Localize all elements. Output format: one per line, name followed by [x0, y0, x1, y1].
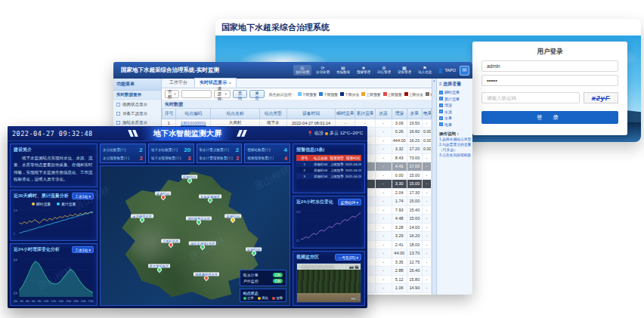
username-field[interactable] [481, 60, 618, 72]
variable-checkbox[interactable]: ✓瞬时流量 [439, 90, 470, 94]
column-header[interactable]: 累计流量 [355, 109, 375, 119]
x-tick-label: 8时 [38, 300, 42, 303]
video-frame[interactable]: 一号泵04066(00003749) 📷 🎬 HD ⛶ [296, 263, 361, 303]
banner-decoration [238, 130, 246, 137]
stat-row: 水位报警数量(个)2 [103, 156, 143, 161]
column-header[interactable]: 水量 [407, 109, 422, 119]
nav-item-4[interactable]: ★预警管理 [355, 65, 373, 75]
table-cell: 0.00 [422, 145, 431, 154]
table-cell: - [375, 258, 392, 267]
sidebar-item[interactable]: 设备工况显示 [113, 109, 161, 118]
table-cell: 19.50 [407, 119, 422, 128]
flow-chart: 5.91 [14, 207, 94, 238]
column-header[interactable]: 站点名称 [211, 109, 259, 119]
legend-chip-label: 上限停水 [409, 92, 423, 97]
column-header[interactable]: 序号 [163, 109, 176, 119]
keyword-input[interactable] [181, 90, 212, 98]
scroll-up-icon[interactable]: ▲ [433, 79, 436, 295]
table-cell: 444.00 [392, 136, 407, 145]
user-chip[interactable]: 👤 TAPO [438, 68, 456, 73]
column-header[interactable]: 站点编码 [176, 109, 211, 119]
camera-icons[interactable]: 📷 🎬 [349, 265, 359, 269]
table-cell: - [422, 171, 431, 180]
tab-bar: 工作平台实时状态显示× [162, 79, 432, 88]
table-cell: - [375, 145, 392, 154]
station-code-link[interactable]: 13010100001 [181, 121, 206, 125]
login-button[interactable]: 登 录 [481, 111, 618, 124]
stat-card: 视频站数量(个)4视频报警数量(个)4 [244, 144, 290, 163]
x-tick-label: 16时 [66, 300, 71, 303]
table-cell: - [375, 284, 392, 293]
alarm-row[interactable]: 2监测站04上限预警2021-04-26 09:20:00 [296, 167, 361, 173]
section-bar: 实时数据 [162, 100, 432, 109]
captcha-image[interactable]: x2yF [584, 92, 618, 103]
depth-station-select[interactable]: 工农1站 ▾ [72, 246, 94, 253]
sidebar-item[interactable]: 地图状态显示 [113, 100, 161, 109]
table-cell: 5.12 [392, 275, 407, 284]
station-type-select[interactable]: 全部▼ [165, 90, 179, 98]
column-header[interactable]: 瞬时流量 [336, 109, 355, 119]
stat-value: 2 [139, 147, 142, 153]
variable-checkbox[interactable]: ✓水量 [439, 116, 470, 120]
query-button[interactable]: 查询 [233, 90, 248, 98]
table-cell: 15.40 [407, 205, 422, 215]
toggle-on-switch[interactable]: ON [273, 279, 283, 283]
table-cell: 0.00 [422, 128, 431, 137]
column-header[interactable]: 设备时间 [286, 109, 335, 119]
video-camera-select[interactable]: 一号泵(05) ▾ [335, 254, 361, 261]
table-cell: - [375, 153, 392, 162]
tab-工作平台[interactable]: 工作平台 [164, 78, 193, 88]
stat-label: 水位报警数量(个) [103, 156, 129, 160]
mail-icon[interactable]: ✉ [460, 66, 469, 76]
alarm-cell: 1 [296, 161, 313, 167]
map-legend-label: 报警 [276, 296, 283, 300]
alarm-cell: 监测站04 [313, 173, 330, 179]
variable-checkbox[interactable]: ✓累计流量 [439, 97, 470, 101]
map[interactable]: 监测站01监测站02东风渠观测井城关镇供水井晟阳健身俱乐部监测站06大周村机井城… [100, 165, 290, 306]
captcha-row: x2yF [481, 89, 618, 107]
flow-station-select[interactable]: 工农1站 ▾ [72, 193, 94, 199]
layer-toggle: 取水计量ON [243, 273, 283, 277]
column-header[interactable]: 水温 [375, 109, 392, 119]
variable-checkbox[interactable]: ✓水温 [439, 110, 470, 114]
alarm-row[interactable]: 3监测站04上限预警2021-04-26 09:03:00 [296, 173, 361, 179]
level-station-select[interactable]: 监测站04 ▾ [338, 199, 361, 205]
status-select[interactable]: --请选择--▼ [214, 90, 230, 98]
sidebar-item-label: 测站水质显示 [122, 120, 147, 125]
video-hd-controls[interactable]: HD ⛶ [351, 297, 359, 301]
nav-item-5[interactable]: ⚙运行管理 [375, 65, 393, 75]
svg-text:1: 1 [14, 233, 15, 236]
variable-checkbox[interactable]: ✓电量 [439, 122, 470, 127]
column-header[interactable]: 站点类型 [259, 109, 286, 119]
sidebar-group[interactable]: 实时数据显示 [113, 91, 161, 100]
table-cell: 2.88 [392, 267, 407, 276]
stat-alarm-value: 4 [284, 156, 287, 161]
table-cell: - [422, 162, 431, 171]
table-cell: 0.26 [392, 128, 407, 137]
tab-label: 工作平台 [169, 79, 187, 86]
column-header[interactable]: 埋深 [392, 109, 407, 119]
sidebar-header[interactable]: 功能菜单 [113, 79, 161, 91]
variable-checkbox[interactable]: ✓埋深 [439, 103, 470, 107]
password-field[interactable] [481, 75, 618, 86]
table-cell: - [375, 188, 392, 197]
column-header[interactable]: 电量 [422, 109, 431, 119]
table-cell: - [422, 223, 431, 232]
nav-item-7[interactable]: ⚑法人信息 [416, 65, 434, 75]
variable-label: 水量 [444, 116, 452, 120]
x-tick-label: 22时 [88, 300, 94, 303]
table-cell: - [422, 275, 431, 284]
chevron-down-icon: ▼ [224, 92, 228, 96]
nav-item-1[interactable]: ◎实时监测 [293, 65, 311, 75]
nav-item-6[interactable]: ▦设备管理 [395, 65, 413, 75]
toggle-on-switch[interactable]: ON [273, 273, 283, 277]
clock: 2022-04-27 09:32:48 [12, 130, 93, 137]
nav-item-3[interactable]: ▤考核数据 [334, 65, 352, 75]
alarm-row[interactable]: 1监测站04上限预警2021-04-26 09:26:00 [296, 161, 361, 167]
tab-实时状态显示[interactable]: 实时状态显示× [194, 78, 237, 88]
reset-button[interactable]: 重置 [249, 90, 265, 98]
nav-item-2[interactable]: ⟳自动监测 [314, 65, 332, 75]
captcha-field[interactable] [481, 92, 580, 103]
close-icon[interactable]: × [229, 81, 231, 85]
stat-label: 取水计量报警数量(个) [200, 156, 233, 160]
